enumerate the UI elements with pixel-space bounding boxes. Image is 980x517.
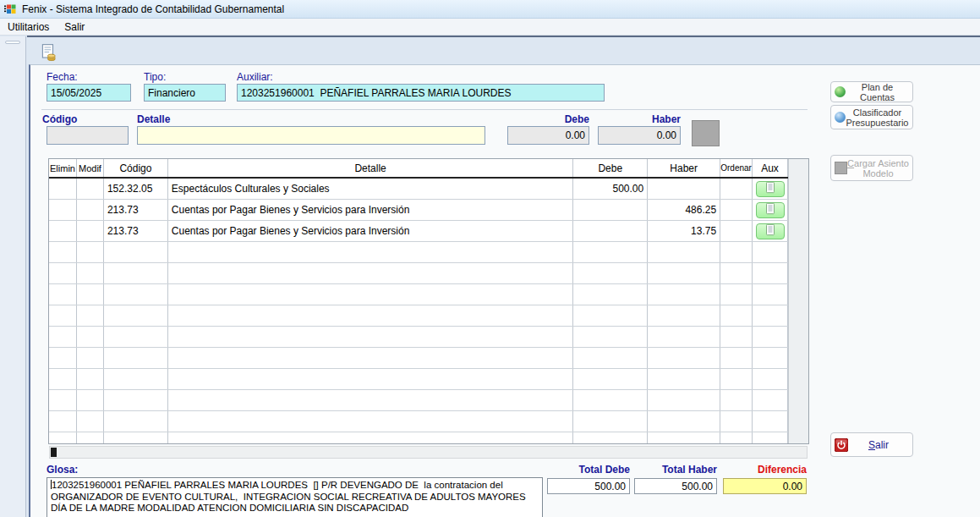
grid-body: 152.32.05Espectáculos Culturales y Socia…: [49, 179, 788, 444]
auxiliar-input[interactable]: [237, 84, 605, 102]
grid-cell-aux: [753, 432, 788, 444]
grid-cell-detalle: [168, 369, 573, 389]
grid-cell-ordenar: [720, 348, 753, 368]
grid-cell-aux: [753, 221, 788, 241]
plan-de-cuentas-button[interactable]: Plan de Cuentas: [830, 81, 913, 102]
haber-label: Haber: [598, 113, 681, 125]
grid-cell-codigo: [104, 390, 168, 410]
grid-row[interactable]: 152.32.05Espectáculos Culturales y Socia…: [49, 179, 788, 200]
grid-cell-modif: [77, 263, 104, 283]
fecha-label: Fecha:: [47, 71, 78, 83]
diferencia-field[interactable]: [723, 478, 807, 494]
grid-cell-elimin: [49, 369, 77, 389]
grid-cell-elimin: [49, 327, 77, 347]
grid-cell-aux: [753, 348, 788, 368]
grid-row-empty[interactable]: [49, 305, 788, 327]
grid-header-ordenar[interactable]: Ordenar: [720, 159, 753, 177]
journal-entry-icon[interactable]: [39, 43, 57, 62]
grid-cell-ordenar: [720, 369, 753, 389]
salir-button[interactable]: Salir: [830, 432, 913, 457]
grid-row-empty[interactable]: [49, 284, 788, 305]
grid-row-empty[interactable]: [49, 242, 788, 263]
grid-cell-modif: [77, 179, 104, 199]
grid-row-empty[interactable]: [49, 411, 788, 432]
add-entry-button[interactable]: [692, 120, 720, 146]
aux-detail-button[interactable]: [756, 223, 785, 239]
grid-cell-aux: [753, 242, 788, 262]
grid-cell-modif: [77, 390, 104, 410]
grid-cell-elimin: [49, 263, 77, 283]
grid-cell-haber: 486.25: [648, 200, 720, 220]
cargar-asiento-modelo-button[interactable]: Cargar Asiento Modelo: [830, 155, 913, 181]
grid-cell-detalle: [168, 263, 573, 283]
haber-input[interactable]: [598, 126, 681, 145]
menu-salir[interactable]: Salir: [57, 19, 92, 35]
glosa-text: 1203251960001 PEÑAFIEL PARRALES MARIA LO…: [51, 480, 528, 513]
grid-cell-elimin: [49, 179, 77, 199]
debe-input[interactable]: [507, 126, 589, 145]
grid-row-empty[interactable]: [49, 390, 788, 411]
blue-sphere-icon: [835, 112, 846, 123]
grid-row[interactable]: 213.73Cuentas por Pagar Bienes y Servici…: [49, 200, 788, 221]
grid-row-empty[interactable]: [49, 369, 788, 390]
grid-cell-haber: [648, 242, 720, 262]
grid-cell-ordenar: [720, 432, 753, 444]
grid-cell-haber: [648, 305, 720, 326]
window-title: Fenix - Sistema Integrado de Contabilida…: [22, 3, 284, 15]
clasificador-presupuestario-button[interactable]: Clasificador Presupuestario: [830, 105, 913, 129]
left-collapsed-panel: [0, 36, 26, 517]
fecha-input[interactable]: [47, 84, 131, 102]
grid-cell-codigo: [104, 411, 168, 432]
grid-cell-haber: [648, 284, 720, 305]
grid-row-empty[interactable]: [49, 348, 788, 369]
grid-cell-detalle: [168, 411, 573, 432]
grid-cell-debe: [573, 432, 648, 444]
grid-cell-modif: [77, 327, 104, 347]
aux-detail-button[interactable]: [756, 181, 785, 197]
codigo-input[interactable]: [47, 126, 129, 145]
grid-cell-debe: [573, 200, 648, 220]
total-haber-field[interactable]: [634, 478, 717, 494]
grid-header-codigo[interactable]: Código: [104, 159, 168, 177]
total-debe-field[interactable]: [547, 478, 630, 494]
grid-header-haber[interactable]: Haber: [648, 159, 720, 177]
aux-detail-button[interactable]: [756, 202, 785, 218]
app-icon: [3, 3, 17, 16]
grid-header-detalle[interactable]: Detalle: [168, 159, 573, 177]
aux-doc-icon: [765, 202, 775, 217]
diferencia-label: Diferencia: [723, 464, 807, 476]
grid-cell-debe: [573, 284, 648, 305]
grid-cell-elimin: [49, 242, 77, 262]
splitter-grip[interactable]: [5, 41, 20, 44]
grid-cell-debe: [573, 327, 648, 347]
grid-cell-ordenar: [720, 200, 753, 220]
grid-row-empty[interactable]: [49, 327, 788, 348]
tipo-input[interactable]: [144, 84, 226, 102]
grid-cell-modif: [77, 348, 104, 368]
aux-doc-icon: [765, 223, 775, 239]
grid-row-empty[interactable]: [49, 263, 788, 284]
mdi-client: Fecha: Tipo: Auxiliar: Código Detalle De…: [27, 36, 980, 517]
grid-cell-aux: [753, 369, 788, 389]
grid-row-empty[interactable]: [49, 432, 788, 444]
menu-utilitarios[interactable]: Utilitarios: [0, 19, 57, 35]
grid-horizontal-scrollbar[interactable]: [49, 446, 808, 459]
grid-cell-modif: [77, 221, 104, 241]
grid-header-aux[interactable]: Aux: [753, 159, 788, 177]
glosa-textarea[interactable]: 1203251960001 PEÑAFIEL PARRALES MARIA LO…: [47, 477, 543, 517]
grid-cell-modif: [77, 369, 104, 389]
grid-cell-ordenar: [720, 390, 753, 410]
grid-cell-detalle: [168, 390, 573, 410]
grid-cell-codigo: [104, 284, 168, 305]
grid-header-modif[interactable]: Modif: [77, 159, 104, 177]
scrollbar-thumb[interactable]: [51, 448, 57, 457]
grid-vertical-scrollbar[interactable]: [788, 159, 808, 443]
grid-header-elimin[interactable]: Elimin: [49, 159, 77, 177]
grid-header-debe[interactable]: Debe: [573, 159, 648, 177]
detalle-input[interactable]: [137, 126, 485, 145]
grid-cell-aux: [753, 327, 788, 347]
total-debe-label: Total Debe: [547, 464, 630, 476]
grid-row[interactable]: 213.73Cuentas por Pagar Bienes y Servici…: [49, 221, 788, 242]
grid-cell-ordenar: [720, 411, 753, 432]
grid-cell-debe: [573, 369, 648, 389]
